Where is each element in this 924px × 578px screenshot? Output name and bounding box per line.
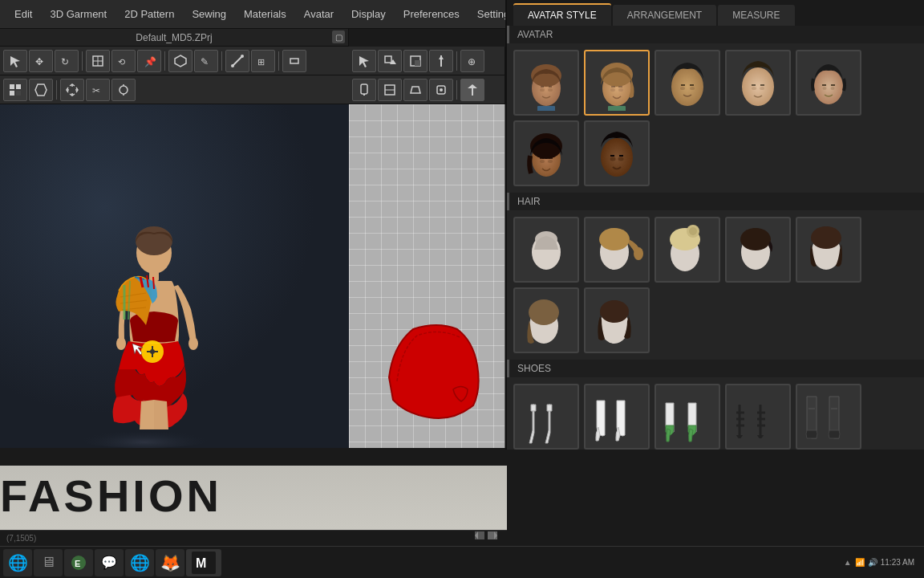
- menu-edit[interactable]: Edit: [6, 5, 40, 23]
- svg-point-96: [610, 157, 616, 161]
- svg-point-110: [740, 228, 771, 250]
- svg-point-92: [548, 160, 553, 163]
- edit-tool[interactable]: ✎: [194, 50, 218, 72]
- 2d-edit[interactable]: [403, 50, 428, 72]
- hair-thumb-7[interactable]: [584, 287, 650, 353]
- avatar-thumb-7[interactable]: [584, 120, 650, 186]
- svg-rect-15: [10, 84, 14, 89]
- tab-measure[interactable]: MEASURE: [718, 5, 794, 26]
- snap-tool[interactable]: [111, 79, 136, 101]
- hair-thumb-3[interactable]: [654, 217, 720, 283]
- menu-avatar[interactable]: Avatar: [296, 5, 342, 23]
- select-tool[interactable]: [3, 50, 27, 72]
- svg-point-103: [599, 228, 630, 250]
- menu-display[interactable]: Display: [343, 5, 394, 23]
- menu-materials[interactable]: Materials: [236, 5, 294, 23]
- svg-marker-30: [439, 55, 444, 59]
- shoe-thumb-2[interactable]: [584, 384, 650, 450]
- pattern-tool[interactable]: [29, 79, 53, 101]
- taskbar-chat[interactable]: 💬: [95, 549, 124, 576]
- avatar-thumb-3[interactable]: [654, 50, 720, 116]
- right-panel: AVATAR STYLE ARRANGEMENT MEASURE AVATAR: [505, 0, 924, 450]
- svg-marker-24: [359, 56, 369, 67]
- drag-tool[interactable]: [60, 79, 84, 101]
- tab-avatar-style[interactable]: AVATAR STYLE: [513, 3, 611, 26]
- menu-2d-pattern[interactable]: 2D Pattern: [116, 5, 182, 23]
- toolbar-3d-row1: ✥ ↻ ⟲ 📌 ✎ ⊞: [0, 47, 349, 75]
- right-panel-content[interactable]: AVATAR: [507, 26, 924, 450]
- hair-style-7: [589, 292, 645, 348]
- svg-rect-73: [608, 106, 626, 111]
- pin-tool[interactable]: 📌: [137, 50, 161, 72]
- avatar-face-2: [589, 55, 645, 111]
- avatar-thumb-1[interactable]: [513, 50, 579, 116]
- avatar-face-6: [518, 125, 574, 181]
- svg-marker-28: [415, 60, 420, 66]
- svg-marker-0: [10, 56, 20, 67]
- garment-tool[interactable]: [168, 50, 192, 72]
- hair-thumb-2[interactable]: [584, 217, 650, 283]
- 2d-transform[interactable]: [378, 50, 402, 72]
- svg-rect-17: [10, 91, 14, 96]
- hair-thumb-5[interactable]: [796, 217, 861, 283]
- 2d-select[interactable]: [352, 50, 376, 72]
- menu-3d-garment[interactable]: 3D Garment: [42, 5, 115, 23]
- avatar-thumb-6[interactable]: [513, 120, 579, 186]
- taskbar-firefox[interactable]: 🦊: [156, 549, 184, 576]
- menu-preferences[interactable]: Preferences: [395, 5, 468, 23]
- shoe-thumb-5[interactable]: [796, 384, 861, 450]
- cut-tool[interactable]: ✂: [86, 79, 110, 101]
- svg-marker-19: [35, 84, 47, 96]
- 2d-fold[interactable]: [378, 79, 402, 101]
- taskbar-explorer[interactable]: 🖥: [34, 549, 63, 576]
- avatar-face-7: [589, 125, 645, 181]
- transform-tool[interactable]: [86, 50, 110, 72]
- taskbar-browser[interactable]: 🌐: [125, 549, 154, 576]
- viewport-2d[interactable]: [349, 104, 505, 448]
- filename-label: Default_MD5.ZPrj: [136, 32, 212, 43]
- taskbar-app1[interactable]: E: [64, 549, 93, 576]
- 2d-expand[interactable]: ⊕: [460, 50, 484, 72]
- seam-tool[interactable]: [225, 50, 249, 72]
- tape-tool[interactable]: [282, 50, 306, 72]
- svg-text:⊕: ⊕: [468, 56, 476, 67]
- rotate-tool[interactable]: ↻: [55, 50, 79, 72]
- maximize-button[interactable]: ▢: [332, 31, 345, 43]
- shoe-thumb-4[interactable]: [725, 384, 791, 450]
- grid-tool[interactable]: [3, 79, 27, 101]
- coordinates: (7,1505): [6, 534, 36, 543]
- 2d-needle[interactable]: [429, 50, 453, 72]
- hair-thumb-4[interactable]: [725, 217, 791, 283]
- tab-arrangement[interactable]: ARRANGEMENT: [613, 5, 716, 26]
- avatar-thumb-5[interactable]: [796, 50, 861, 116]
- avatar-face-5: [800, 55, 857, 111]
- scale-tool[interactable]: ⟲: [111, 50, 136, 72]
- 2d-scroll[interactable]: [460, 79, 484, 101]
- 2d-shape[interactable]: [403, 79, 428, 101]
- move-tool[interactable]: ✥: [29, 50, 53, 72]
- viewport-3d[interactable]: [0, 104, 349, 448]
- corner-arrows-icon: [475, 528, 499, 543]
- hair-thumb-1[interactable]: [513, 217, 579, 283]
- svg-text:⊞: ⊞: [257, 57, 265, 67]
- shoe-thumb-1[interactable]: [513, 384, 579, 450]
- svg-rect-18: [16, 91, 21, 96]
- shoe-thumb-3[interactable]: [654, 384, 720, 450]
- taskbar-main-app[interactable]: M: [186, 549, 221, 576]
- svg-point-112: [811, 226, 841, 249]
- taskbar-ie[interactable]: 🌐: [3, 549, 32, 576]
- fold-tool[interactable]: ⊞: [251, 50, 275, 72]
- svg-point-69: [610, 88, 615, 92]
- avatar-thumb-4[interactable]: [725, 50, 791, 116]
- hair-thumb-6[interactable]: [513, 287, 579, 353]
- network-icon: 📶: [855, 558, 865, 567]
- system-tray-icons: ▲: [844, 558, 852, 567]
- shoe-style-5: [800, 389, 857, 445]
- menu-sewing[interactable]: Sewing: [184, 5, 234, 23]
- taskbar-app1-icon: E: [70, 554, 87, 572]
- 2d-pin[interactable]: [352, 79, 376, 101]
- svg-line-10: [233, 56, 242, 66]
- avatar-thumb-2[interactable]: [584, 50, 650, 116]
- svg-point-97: [618, 157, 624, 161]
- 2d-point[interactable]: [429, 79, 453, 101]
